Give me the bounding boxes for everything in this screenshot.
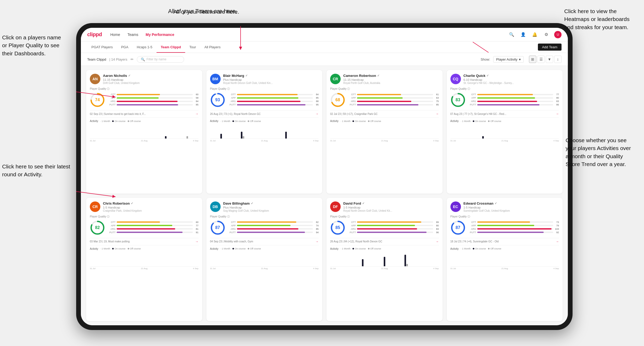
activity-header: Activity · 1 Month On course Off course — [210, 120, 319, 123]
chart-label: 21 Aug — [501, 267, 508, 270]
player-info: Charlie Quick ✓ 6-10 Handicap St. George… — [464, 74, 559, 84]
mini-chart — [210, 252, 319, 267]
bar-fill — [117, 94, 160, 95]
latest-round[interactable]: 07 Aug 23 | 77 (+7), St George's Hill GC… — [450, 110, 559, 118]
latest-round[interactable]: 18 Jul 23 | 74 (+4), Sunningdale GC - Ol… — [450, 238, 559, 245]
chart-bar-group — [396, 255, 417, 266]
tab-pgat[interactable]: PGAT Players — [87, 42, 117, 53]
player-card[interactable]: AN Aaron Nicholls ✓ 11-15 Handicap Drift… — [86, 70, 202, 194]
chart-label: 21 Aug — [501, 140, 508, 142]
bar-fill — [477, 228, 552, 230]
chart-label: 4 Sep — [313, 267, 319, 270]
latest-round[interactable]: 04 Sep 23 | Mobility with coach, Gym → — [210, 238, 319, 245]
player-name[interactable]: Blair McHarg ✓ — [223, 74, 319, 78]
player-name[interactable]: David Ford ✓ — [343, 201, 439, 205]
on-course-label: On course — [235, 120, 246, 123]
quality-section[interactable]: 87 OTT 73 APP 79 ARG — [450, 220, 559, 235]
bar-track — [237, 225, 313, 226]
quality-section[interactable]: 85 OTT 89 APP 80 ARG — [330, 220, 439, 235]
latest-round[interactable]: 26 Aug 23 | 84 (+12), Royal North Devon … — [330, 238, 439, 245]
player-club: Sog Maging Golf Club, United Kingdom — [223, 209, 319, 212]
nav-home[interactable]: Home — [110, 31, 120, 38]
round-arrow-icon: → — [436, 240, 439, 243]
tab-hcaps[interactable]: Hcaps 1-5 — [133, 42, 157, 53]
quality-section[interactable]: 74 OTT 60 APP 58 ARG — [90, 92, 199, 108]
player-card[interactable]: CQ Charlie Quick ✓ 6-10 Handicap St. Geo… — [447, 70, 563, 194]
tab-team-clippd[interactable]: Team Clippd — [157, 42, 185, 53]
tab-pga[interactable]: PGA — [117, 42, 132, 53]
tab-all-players[interactable]: All Players — [200, 42, 225, 53]
chart-label: 31 Jul — [330, 267, 336, 270]
chart-label: 21 Aug — [141, 140, 148, 142]
bar-value: 85 — [194, 103, 199, 106]
filter-button[interactable]: ▼ — [546, 56, 553, 63]
settings-icon[interactable]: ⚙ — [543, 31, 550, 38]
quality-section[interactable]: 82 OTT 60 APP 77 ARG — [90, 220, 199, 235]
bar-fill — [117, 101, 178, 102]
edit-team-icon[interactable]: ✏ — [131, 57, 134, 61]
nav-teams[interactable]: Teams — [127, 31, 138, 38]
bar-value: 61 — [434, 93, 439, 96]
player-name[interactable]: Edward Crossman ✓ — [464, 201, 559, 205]
search-icon[interactable]: 🔍 — [508, 31, 515, 38]
bar-track — [357, 225, 433, 226]
player-handicap: 1-5 Handicap — [464, 206, 559, 209]
bar-fill — [237, 101, 301, 102]
bar-track — [117, 232, 193, 233]
off-course-legend: Off course — [488, 120, 501, 123]
mini-chart — [450, 124, 559, 139]
player-card[interactable]: CR Chris Robertson ✓ 1-5 Handicap Craigm… — [86, 198, 202, 321]
verified-icon: ✓ — [251, 202, 253, 205]
latest-round[interactable]: 02 Jul 23 | 59 (+17), Craigmillar Park G… — [330, 110, 439, 118]
off-course-legend: Off course — [248, 120, 261, 123]
quality-section[interactable]: 87 OTT 82 APP 74 ARG — [210, 220, 319, 235]
bell-icon[interactable]: 🔔 — [531, 31, 538, 38]
bar-track — [477, 94, 553, 95]
add-team-button[interactable]: Add Team — [538, 44, 562, 51]
person-icon[interactable]: 👤 — [520, 31, 527, 38]
search-box[interactable]: 🔍 Filter by name — [137, 56, 184, 63]
search-placeholder: Filter by name — [147, 57, 167, 61]
player-name[interactable]: Aaron Nicholls ✓ — [103, 74, 199, 78]
bar-value: 84 — [194, 100, 199, 103]
bar-label: PUTT — [108, 103, 116, 106]
quality-section[interactable]: 68 OTT 61 APP 63 ARG — [330, 92, 439, 108]
latest-round[interactable]: 02 Sep 23 | Sunrise round to get back in… — [90, 110, 199, 118]
on-course-dot — [473, 120, 474, 122]
tab-tour[interactable]: Tour — [185, 42, 200, 53]
bar-fill — [117, 225, 172, 226]
chart-label: 21 Aug — [141, 267, 148, 270]
list-view-button[interactable]: ☰ — [537, 56, 545, 63]
user-avatar[interactable]: U — [554, 31, 562, 38]
bar-value: 75 — [434, 100, 439, 103]
off-course-label: Off course — [250, 247, 261, 250]
latest-round[interactable]: 26 Aug 23 | 73 (+1), Royal North Devon G… — [210, 110, 319, 118]
player-handicap: 1-5 Handicap — [103, 206, 199, 209]
player-card[interactable]: CR Cameron Robertson ✓ 11-15 Handicap Ro… — [326, 70, 443, 194]
bar-value: 88 — [314, 100, 319, 103]
tablet-screen: clippd Home Teams My Performance 🔍 👤 🔔 ⚙… — [81, 28, 568, 325]
mini-chart — [90, 252, 199, 267]
player-name[interactable]: Chris Robertson ✓ — [103, 201, 199, 205]
player-card[interactable]: BM Blair McHarg ✓ Plus Handicap Royal No… — [206, 70, 323, 194]
sort-button[interactable]: ↕ — [554, 56, 562, 63]
player-name[interactable]: Cameron Robertson ✓ — [343, 74, 439, 78]
quality-circle: 82 — [90, 220, 105, 235]
player-card[interactable]: DF David Ford ✓ 1-5 Handicap Royal North… — [326, 198, 443, 321]
off-course-bar — [186, 136, 188, 139]
nav-my-performance[interactable]: My Performance — [146, 31, 174, 38]
player-card[interactable]: EC Edward Crossman ✓ 1-5 Handicap Sunnin… — [447, 198, 563, 321]
player-card[interactable]: DB Dave Billingham ✓ Plus Handicap Sog M… — [206, 198, 323, 321]
bar-fill — [477, 97, 535, 99]
latest-round[interactable]: 03 Mar 23 | 19, Must make putting → — [90, 238, 199, 245]
quality-section[interactable]: 93 OTT 84 APP 85 ARG — [210, 92, 319, 108]
quality-section[interactable]: 83 OTT 77 APP 80 ARG — [450, 92, 559, 108]
show-dropdown[interactable]: Player Activity ▾ — [493, 56, 524, 63]
bar-fill — [477, 101, 537, 102]
player-name[interactable]: Dave Billingham ✓ — [223, 201, 319, 205]
chart-labels: 31 Jul21 Aug4 Sep — [210, 267, 319, 270]
player-club: St. George's Hill GC - Weybridge - Surre… — [464, 82, 559, 84]
bar-label: PUTT — [349, 103, 356, 106]
player-name[interactable]: Charlie Quick ✓ — [464, 74, 559, 78]
grid-view-button[interactable]: ⊞ — [529, 56, 536, 63]
